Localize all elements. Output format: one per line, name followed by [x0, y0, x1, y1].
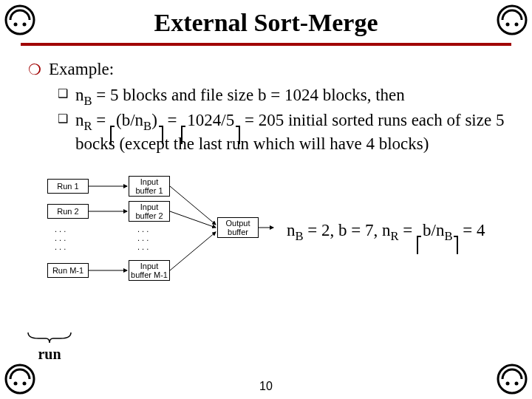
decorative-icon [4, 4, 35, 35]
right-expression: nB = 2, b = 7, nR = b/nB = 4 [287, 221, 485, 244]
svg-line-16 [170, 211, 216, 228]
brace-label: run [27, 331, 72, 363]
example-label: Example: [49, 59, 114, 81]
bullet-text: nB = 5 blocks and file size b = 1024 blo… [75, 85, 405, 109]
slide: External Sort-Merge ❍ Example: ❑ nB = 5 … [0, 0, 532, 399]
output-buffer-box: Output buffer [217, 217, 259, 238]
title-divider [21, 43, 511, 46]
bullet-level2: ❑ nR = (b/nB) = 1024/5 = 205 initial sor… [28, 110, 511, 155]
svg-point-5 [515, 23, 519, 27]
run-box: Run 1 [47, 179, 89, 194]
figure-row: Run 1 Run 2 . . .. . .. . . Run M-1 Inpu… [47, 176, 511, 288]
bullet-text: nR = (b/nB) = 1024/5 = 205 initial sorte… [75, 110, 511, 155]
bullet-level1: ❍ Example: [28, 59, 511, 81]
ellipsis-icon: . . .. . .. . . [137, 225, 149, 251]
decorative-icon [497, 4, 528, 35]
slide-title: External Sort-Merge [21, 9, 511, 37]
body-text: ❍ Example: ❑ nB = 5 blocks and file size… [21, 59, 511, 155]
svg-point-4 [506, 23, 510, 27]
ellipsis-icon: . . .. . .. . . [55, 225, 66, 251]
brace-icon [27, 331, 72, 344]
input-buffer-box: Input buffer 2 [129, 201, 170, 222]
run-box: Run 2 [47, 204, 89, 219]
input-buffer-box: Input buffer M-1 [129, 260, 170, 281]
bullet-marker-icon: ❑ [58, 110, 68, 155]
merge-diagram: Run 1 Run 2 . . .. . .. . . Run M-1 Inpu… [47, 176, 275, 288]
page-number: 10 [0, 380, 532, 393]
run-box: Run M-1 [47, 263, 89, 278]
run-label: run [38, 346, 61, 363]
svg-line-15 [170, 186, 216, 225]
svg-point-1 [14, 23, 18, 27]
svg-point-2 [23, 23, 27, 27]
bullet-marker-icon: ❑ [58, 85, 68, 109]
bullet-marker-icon: ❍ [28, 59, 41, 81]
bullet-level2: ❑ nB = 5 blocks and file size b = 1024 b… [28, 85, 511, 109]
svg-line-17 [170, 232, 216, 270]
input-buffer-box: Input buffer 1 [129, 176, 170, 197]
